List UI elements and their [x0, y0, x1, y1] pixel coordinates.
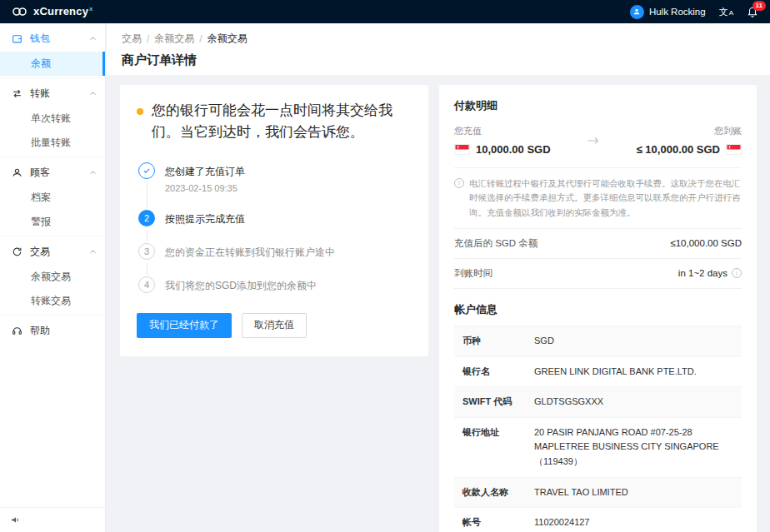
chevron-up-icon [89, 35, 97, 42]
speaker-icon[interactable] [10, 515, 21, 525]
step-complete-recharge: 2 按照提示完成充值 [138, 210, 412, 243]
breadcrumb-current: 余额交易 [208, 32, 248, 46]
topbar: xCurrencyx Hulk Rocking 文A 11 [0, 0, 770, 23]
fee-disclaimer: i 电汇转账过程中银行及其代理行可能会收取手续费。这取决于您在电汇时候选择的手续… [454, 168, 742, 229]
avatar [630, 5, 644, 19]
balance-after-row: 充值后的 SGD 余额 ≤10,000.00 SGD [454, 229, 742, 259]
account-field-value: GLDTSGSGXXX [531, 387, 742, 417]
singapore-flag-icon [726, 144, 742, 155]
sidebar-group: 交易 余额交易 转账交易 [0, 236, 105, 316]
sidebar-menu: 钱包 余额 转账 单次转账 批量转账 [0, 23, 105, 507]
table-row: 收款人名称 TRAVEL TAO LIMITED [454, 478, 742, 509]
step-title: 您创建了充值订单 [165, 162, 412, 179]
breadcrumb-separator: / [199, 33, 202, 45]
account-field-value: 11020024127 [531, 508, 742, 532]
breadcrumb-separator: / [147, 33, 149, 45]
payment-details-title: 付款明细 [454, 98, 742, 113]
transfer-icon [12, 87, 23, 99]
account-field-value: SGD [531, 326, 742, 356]
account-field-label: 银行地址 [454, 418, 531, 477]
sidebar-item-single-transfer[interactable]: 单次转账 [0, 107, 105, 131]
table-row: SWIFT 代码 GLDTSGSGXXX [454, 387, 742, 418]
sidebar-group-customers[interactable]: 顾客 [0, 159, 105, 186]
sidebar-group: 钱包 余额 [0, 23, 105, 78]
exchange-summary: 您充值 10,000.00 SGD 您到账 ≤ 10,000.00 SGD [454, 125, 742, 168]
sidebar-group-transactions[interactable]: 交易 [0, 238, 105, 265]
sidebar-item-profiles[interactable]: 档案 [0, 186, 105, 210]
sidebar-item-batch-transfer[interactable]: 批量转账 [0, 131, 105, 155]
sidebar-item-alerts[interactable]: 警报 [0, 210, 105, 234]
payment-details-card: 付款明细 您充值 10,000.00 SGD 您到账 ≤ 10,000.00 S… [439, 85, 757, 532]
sidebar-group-wallet[interactable]: 钱包 [0, 25, 105, 52]
arrival-time-row: 到账时间 in 1~2 days i [454, 259, 742, 289]
receive-label: 您到账 [714, 125, 742, 137]
chevron-up-icon [89, 90, 97, 97]
logo-superscript: x [89, 5, 93, 12]
account-field-value: TRAVEL TAO LIMITED [531, 478, 742, 508]
info-icon: i [454, 178, 464, 188]
language-switch-icon[interactable]: 文A [719, 7, 733, 17]
sidebar-group-label: 钱包 [30, 32, 89, 46]
content: 您的银行可能会花一点时间将其交给我们。当它到达时，我们会告诉您。 您创建了充值订… [107, 75, 770, 532]
logo: xCurrencyx [12, 5, 93, 17]
page-header: 交易 / 余额交易 / 余额交易 商户订单详情 [107, 23, 770, 75]
table-row: 银行地址 20 PASIR PANJANG ROAD #07-25-28 MAP… [454, 418, 742, 478]
breadcrumb-balance-transactions[interactable]: 余额交易 [154, 32, 194, 46]
step-title: 您的资金正在转账到我们银行账户途中 [165, 243, 412, 260]
step-order-created: 您创建了充值订单 2023-02-15 09:35 [138, 162, 412, 210]
notifications-bell[interactable]: 11 [747, 6, 758, 17]
deposit-column: 您充值 10,000.00 SGD [454, 125, 551, 156]
info-icon[interactable]: i [732, 268, 742, 278]
check-circle-icon [138, 162, 155, 179]
sidebar-group-help[interactable]: 帮助 [0, 317, 105, 344]
page-title: 商户订单详情 [122, 52, 755, 68]
logo-text: xCurrencyx [33, 5, 93, 17]
chevron-up-icon [89, 248, 97, 256]
deposit-label: 您充值 [454, 125, 551, 137]
sidebar-group: 顾客 档案 警报 [0, 157, 105, 236]
sidebar-item-balance-transactions[interactable]: 余额交易 [0, 265, 105, 289]
step-title: 按照提示完成充值 [165, 210, 412, 226]
sidebar-group: 转账 单次转账 批量转账 [0, 78, 105, 157]
step-number-icon: 2 [138, 210, 155, 226]
notice-dot-icon [137, 108, 143, 115]
sidebar-item-transfer-transactions[interactable]: 转账交易 [0, 289, 105, 313]
cancel-recharge-button[interactable]: 取消充值 [242, 313, 307, 338]
topbar-actions: Hulk Rocking 文A 11 [630, 5, 758, 19]
infinity-logo-icon [12, 7, 28, 17]
sidebar: 钱包 余额 转账 单次转账 批量转账 [0, 23, 106, 532]
step-timestamp: 2023-02-15 09:35 [165, 183, 412, 193]
notification-badge: 11 [752, 1, 766, 11]
account-field-value: 20 PASIR PANJANG ROAD #07-25-28 MAPLETRE… [531, 418, 742, 477]
paid-confirm-button[interactable]: 我们已经付款了 [137, 313, 232, 338]
row-value: in 1~2 days i [678, 268, 742, 278]
row-label: 到账时间 [454, 267, 492, 280]
account-info-table: 币种 SGD 银行名 GREEN LINK DIGITAL BANK PTE.L… [454, 326, 742, 532]
sidebar-group-transfer[interactable]: 转账 [0, 80, 105, 107]
account-info-title: 帐户信息 [454, 302, 742, 317]
step-number-icon: 4 [138, 276, 155, 293]
fee-disclaimer-text: 电汇转账过程中银行及其代理行可能会收取手续费。这取决于您在电汇时候选择的手续费承… [469, 177, 742, 220]
row-value: ≤10,000.00 SGD [670, 238, 742, 248]
account-field-label: 币种 [454, 326, 531, 356]
table-row: 币种 SGD [454, 326, 742, 357]
breadcrumb-transactions[interactable]: 交易 [122, 32, 142, 46]
account-field-label: 银行名 [454, 357, 531, 387]
headset-icon [12, 325, 23, 336]
customer-icon [12, 167, 23, 178]
sidebar-group-label: 顾客 [30, 166, 89, 180]
step-number-icon: 3 [138, 243, 155, 260]
chevron-up-icon [89, 169, 97, 177]
row-label: 充值后的 SGD 余额 [454, 237, 538, 250]
breadcrumb: 交易 / 余额交易 / 余额交易 [122, 32, 755, 46]
sidebar-group-label: 转账 [30, 87, 89, 101]
step-title: 我们将您的SGD添加到您的余额中 [165, 276, 412, 293]
sidebar-item-balance[interactable]: 余额 [0, 52, 105, 76]
receive-column: 您到账 ≤ 10,000.00 SGD [637, 125, 742, 156]
user-menu[interactable]: Hulk Rocking [630, 5, 706, 19]
wallet-icon [12, 32, 23, 44]
sidebar-group-label: 帮助 [30, 324, 97, 338]
account-field-label: SWIFT 代码 [454, 387, 531, 417]
arrow-right-icon [587, 136, 600, 146]
bank-delay-notice: 您的银行可能会花一点时间将其交给我们。当它到达时，我们会告诉您。 [137, 100, 412, 144]
